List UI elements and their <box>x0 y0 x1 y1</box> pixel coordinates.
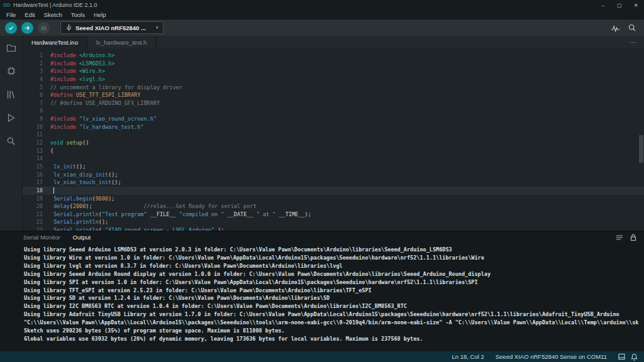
line-number: 19 <box>23 195 43 203</box>
code-line[interactable]: 12void setup() <box>23 139 644 147</box>
line-number: 7 <box>23 99 43 107</box>
statusbar: Ln 18, Col 2 Seeed XIAO nRF52840 Sense o… <box>0 351 644 362</box>
console-line: Using library lvgl at version 8.3.7 in f… <box>24 262 644 270</box>
line-number: 3 <box>23 67 43 75</box>
console-line: Using library Wire at version 1.0 in fol… <box>24 254 644 262</box>
scrollbar-thumb[interactable] <box>639 135 643 163</box>
output-console[interactable]: Using library Seeed Arduino LSM6DS3 at v… <box>0 243 644 351</box>
serial-monitor-icon <box>628 23 636 32</box>
toolbar-right <box>611 23 644 32</box>
line-number: 9 <box>23 115 43 123</box>
close-button[interactable]: ✕ <box>628 0 644 10</box>
line-number: 1 <box>23 52 43 60</box>
code-text: #include "lv_hardware_test.h" <box>50 123 143 131</box>
usb-plug-icon <box>66 24 72 31</box>
arrow-right-icon <box>24 25 31 31</box>
chip-icon <box>6 66 16 76</box>
toolbar: Seeed XIAO nRF52840 ... ▾ <box>0 19 644 36</box>
lines-icon <box>616 234 623 241</box>
more-actions-button[interactable]: ⋯ <box>630 36 644 48</box>
menu-tools[interactable]: Tools <box>67 11 89 18</box>
scroll-lock-button[interactable] <box>630 234 636 241</box>
sidebar-item-search[interactable] <box>6 136 16 146</box>
code-line[interactable]: 8 <box>23 107 644 115</box>
code-line[interactable]: 3#include <Wire.h> <box>23 67 644 75</box>
code-editor[interactable]: 1#include <Arduino.h>2#include <LSM6DS3.… <box>23 48 644 231</box>
line-number: 23 <box>23 226 43 231</box>
code-line[interactable]: 18 <box>23 187 644 195</box>
sidebar-item-library-manager[interactable] <box>6 90 16 99</box>
notifications-bell-icon[interactable] <box>631 353 638 361</box>
panel-tab-serial-monitor[interactable]: Serial Monitor <box>23 234 60 241</box>
code-text: lv_init(); <box>50 163 86 171</box>
toggle-panel-icon[interactable] <box>618 353 625 360</box>
board-selector[interactable]: Seeed XIAO nRF52840 ... ▾ <box>60 21 164 34</box>
minimize-button[interactable]: – <box>595 0 611 10</box>
code-line[interactable]: 9#include "lv_xiao_round_screen.h" <box>23 115 644 123</box>
code-line[interactable]: 13{ <box>23 147 644 155</box>
upload-button[interactable] <box>21 22 33 34</box>
menu-sketch[interactable]: Sketch <box>40 11 67 18</box>
code-lines: 1#include <Arduino.h>2#include <LSM6DS3.… <box>23 52 644 231</box>
lock-icon <box>630 234 636 241</box>
code-line[interactable]: 22 Serial.println(); <box>23 218 644 226</box>
serial-plotter-button[interactable] <box>611 24 620 32</box>
code-line[interactable]: 5// uncomment a library for display driv… <box>23 84 644 92</box>
line-number: 11 <box>23 131 43 139</box>
menu-edit[interactable]: Edit <box>20 11 39 18</box>
code-line[interactable]: 10#include "lv_hardware_test.h" <box>23 123 644 131</box>
editor-tabbar: HardwareTest.inolv_hardware_test.h ⋯ <box>23 36 644 48</box>
maximize-button[interactable]: ▢ <box>611 0 628 10</box>
debug-button[interactable] <box>38 22 50 34</box>
console-line: Sketch uses 290236 bytes (35%) of progra… <box>24 327 644 335</box>
panel-tab-output[interactable]: Output <box>73 234 91 241</box>
code-line[interactable]: 2#include <LSM6DS3.h> <box>23 60 644 68</box>
code-line[interactable]: 15 lv_init(); <box>23 163 644 171</box>
text-cursor <box>53 187 54 194</box>
editor-tabs: HardwareTest.inolv_hardware_test.h <box>23 36 156 48</box>
code-text: #include <lvgl.h> <box>50 75 105 84</box>
line-number: 15 <box>23 163 43 171</box>
sidebar-item-sketchbook[interactable] <box>6 43 16 52</box>
code-line[interactable]: 7// #define USE_ARDUINO_GFX_LIBRARY <box>23 99 644 107</box>
arduino-logo-icon <box>3 3 10 8</box>
line-number: 5 <box>23 84 43 92</box>
line-number: 4 <box>23 75 43 84</box>
code-text: lv_xiao_touch_init(); <box>50 178 121 187</box>
code-text: #include "lv_xiao_round_screen.h" <box>50 115 157 123</box>
code-line[interactable]: 4#include <lvgl.h> <box>23 75 644 84</box>
board-port-status[interactable]: Seeed XIAO nRF52840 Sense on COM11 <box>496 353 607 360</box>
code-text: #include <LSM6DS3.h> <box>50 60 114 68</box>
console-line: Using library Adafruit TinyUSB Library a… <box>24 310 644 319</box>
serial-plotter-icon <box>611 24 620 32</box>
line-number: 21 <box>23 211 43 219</box>
code-line[interactable]: 21 Serial.println("Test program" __FILE_… <box>23 211 644 219</box>
code-text: Serial.println("Test program" __FILE__ "… <box>50 211 311 219</box>
code-line[interactable]: 1#include <Arduino.h> <box>23 52 644 60</box>
code-line[interactable]: 19 Serial.begin(9600); <box>23 195 644 203</box>
code-line[interactable]: 11 <box>23 131 644 139</box>
sidebar-item-debug[interactable] <box>6 113 16 123</box>
code-line[interactable]: 6#define USE_TFT_ESPI_LIBRARY <box>23 91 644 99</box>
code-text: #define USE_TFT_ESPI_LIBRARY <box>50 91 140 99</box>
code-line[interactable]: 23 Serial.println( "XIAO round screen - … <box>23 226 644 231</box>
editor-tab-lv-hardware-test-h[interactable]: lv_hardware_test.h <box>87 36 156 48</box>
editor-tab-hardwaretest-ino[interactable]: HardwareTest.ino <box>23 36 87 48</box>
cursor-position[interactable]: Ln 18, Col 2 <box>452 353 484 360</box>
verify-button[interactable] <box>5 22 17 34</box>
sidebar-item-boards-manager[interactable] <box>6 66 16 76</box>
code-line[interactable]: 14 <box>23 155 644 163</box>
output-options-button[interactable] <box>616 234 623 241</box>
menu-help[interactable]: Help <box>89 11 111 18</box>
code-line[interactable]: 16 lv_xiao_disp_init(); <box>23 171 644 179</box>
debug-play-icon <box>6 113 16 123</box>
line-number: 6 <box>23 91 43 99</box>
serial-monitor-button[interactable] <box>628 23 636 32</box>
editor-scrollbar[interactable] <box>638 48 644 231</box>
code-line[interactable]: 20 delay(2000); //relax...Get Ready for … <box>23 202 644 211</box>
menu-file[interactable]: File <box>2 11 20 18</box>
line-number: 13 <box>23 147 43 155</box>
code-line[interactable]: 17 lv_xiao_touch_init(); <box>23 178 644 187</box>
line-number: 14 <box>23 155 43 163</box>
books-icon <box>6 90 16 99</box>
